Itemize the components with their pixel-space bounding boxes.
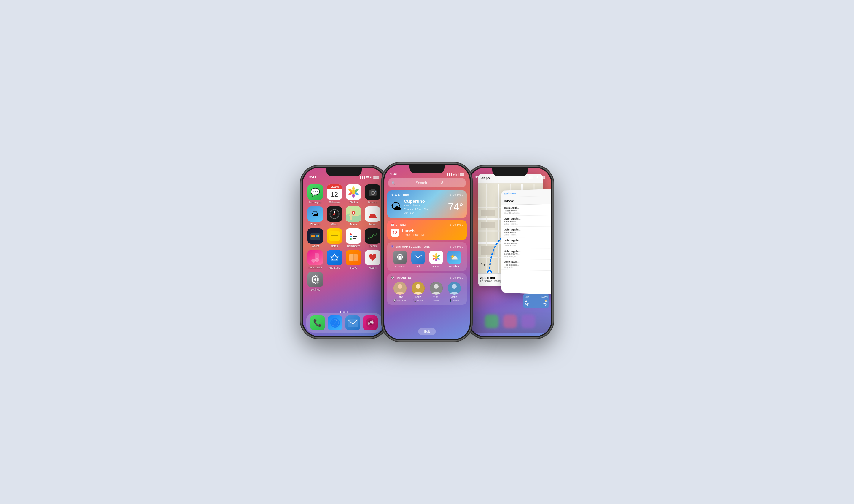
weather-icon-big: 🌤: [391, 200, 402, 213]
app-settings-label: Settings: [310, 288, 320, 291]
mail-item-5[interactable]: John Apple... Lunch this Th... Hey Dave,…: [501, 249, 551, 260]
svg-rect-44: [312, 255, 315, 255]
status-icons-left: ▐▐▐ WiFi ▓▓▓: [359, 176, 379, 179]
app-messages[interactable]: 💬 Messages: [306, 184, 324, 204]
siri-app-weather[interactable]: ⛅ Weather: [447, 251, 461, 268]
app-settings-home[interactable]: Settings: [306, 272, 324, 291]
favorites-icon: 💬: [391, 276, 394, 279]
blur-app-1: [485, 314, 498, 328]
weather-widget[interactable]: 🌤 WEATHER Show More 🌤 Cupertino Partly C…: [387, 190, 467, 218]
app-stocks-label: Stocks: [369, 245, 377, 248]
siri-widget: 🔮 SIRI APP SUGGESTIONS Show More: [387, 242, 467, 271]
app-weather[interactable]: 🌤 Weather: [306, 206, 324, 226]
siri-app-settings[interactable]: Settings: [393, 251, 407, 268]
app-stocks[interactable]: Stocks: [364, 228, 382, 248]
mail-preview-2: John, Here is...: [504, 222, 551, 225]
weather-left: 🌤 Cupertino Partly Cloudy Chance of Rain…: [391, 199, 428, 215]
mail-item-6[interactable]: Amy Frost... Trip logistics... Hey, John…: [501, 259, 551, 271]
contact-kelly[interactable]: Kelly 📞 mobile: [412, 282, 425, 302]
weather-rain: Chance of Rain: 0%: [404, 208, 428, 211]
app-calendar[interactable]: TUESDAY 12 Calendar: [325, 184, 344, 204]
mail-sender-4: John Apple...: [504, 239, 551, 242]
blur-app-2: [503, 314, 517, 328]
svg-rect-38: [353, 236, 357, 237]
svg-point-35: [350, 233, 352, 235]
favorites-widget: 💬 FAVORITES Show More: [387, 273, 467, 305]
contact-kelly-name: Kelly: [415, 295, 421, 299]
svg-point-75: [416, 284, 421, 289]
svg-point-62: [371, 322, 374, 324]
weather-city: Cupertino: [404, 199, 428, 204]
mail-preview-3: John, Here's...: [504, 234, 551, 236]
svg-point-22: [353, 212, 354, 214]
inbox-title: Inbox: [504, 199, 514, 203]
iphone-left-screen: 9:41 ▐▐▐ WiFi ▓▓▓ 💬 Messages: [303, 168, 385, 336]
app-photos[interactable]: Photos: [344, 184, 363, 204]
iphone-center-screen: 9:41 ▐▐▐ WiFi ▓▓ 🔍 Search 🎙: [384, 165, 470, 339]
app-appstore[interactable]: App Store: [325, 250, 344, 270]
app-books-label: Books: [350, 266, 357, 270]
svg-rect-32: [331, 234, 338, 234]
now-label: Now: [524, 295, 529, 298]
edit-button[interactable]: Edit: [419, 328, 436, 335]
search-bar[interactable]: 🔍 Search 🎙: [389, 179, 465, 187]
svg-rect-10: [371, 189, 374, 191]
notch-center: [409, 165, 445, 173]
phones-container: 9:41 ▐▐▐ WiFi ▓▓▓ 💬 Messages: [301, 163, 553, 341]
app-reminders-label: Reminders: [347, 245, 360, 248]
app-health[interactable]: Health: [364, 250, 382, 270]
favorites-show-more[interactable]: Show More: [449, 276, 463, 279]
app-notes[interactable]: Notes: [325, 228, 344, 248]
siri-app-mail[interactable]: Mail: [411, 251, 425, 268]
app-news[interactable]: News: [364, 206, 382, 226]
contact-yumi[interactable]: Yumi ✉ Mail: [430, 282, 443, 302]
bottom-app-blur: [469, 309, 551, 333]
mail-card[interactable]: Mailboxes Inbox Katie Abel... Template A…: [501, 189, 551, 294]
svg-point-69: [435, 258, 437, 262]
calendar-show-more[interactable]: Show More: [449, 223, 463, 226]
app-books[interactable]: Books: [344, 250, 363, 270]
weather-condition: Partly Cloudy: [404, 204, 428, 208]
dock-music[interactable]: [363, 316, 378, 330]
app-reminders[interactable]: Reminders: [344, 228, 363, 248]
siri-app-photos[interactable]: Photos: [429, 251, 443, 268]
app-maps[interactable]: Maps: [344, 206, 363, 226]
app-notes-label: Notes: [331, 245, 338, 248]
dock: 📞: [306, 313, 381, 332]
dock-safari[interactable]: [328, 316, 342, 330]
app-camera[interactable]: Camera: [364, 184, 382, 204]
weather-temp: 74°: [448, 201, 463, 213]
contact-katie[interactable]: Katie 💬 Messages: [393, 282, 407, 302]
app-clock[interactable]: Clock: [325, 206, 344, 226]
svg-text:Cupertino: Cupertino: [481, 263, 492, 266]
mail-item-1[interactable]: Katie Abel... Template Att... Hey! There…: [501, 204, 551, 216]
mail-item-4[interactable]: John Apple... Housewarm... John, You've.…: [501, 237, 551, 249]
dock-mail[interactable]: [345, 316, 360, 330]
iphone-icon-small: 📱: [449, 300, 452, 302]
contact-yumi-type: ✉ Mail: [433, 300, 439, 302]
contact-katie-type: 💬 Messages: [393, 300, 406, 302]
status-icons-right: ▐▐▐ WiFi ▓▓: [528, 176, 545, 179]
mail-item-3[interactable]: John Apple... Katie Ables... John, Here'…: [501, 226, 551, 237]
calendar-content: 12 Lunch 12:00 – 1:00 PM: [391, 229, 463, 237]
weather-show-more[interactable]: Show More: [449, 193, 463, 196]
app-grid: 💬 Messages TUESDAY 12 Calendar: [306, 184, 381, 291]
mail-item-2[interactable]: John Apple... Katie Ables... John, Here …: [501, 215, 551, 227]
app-health-label: Health: [369, 266, 377, 270]
contact-john[interactable]: John 📱 iPhone: [448, 282, 461, 302]
inbox-header: Inbox: [501, 196, 551, 205]
svg-point-37: [350, 236, 352, 237]
svg-rect-33: [331, 235, 338, 236]
time-right: 9:41: [475, 175, 482, 179]
siri-show-more[interactable]: Show More: [449, 245, 463, 248]
app-wallet[interactable]: Wallet: [306, 228, 324, 248]
mail-back-button: Mailboxes: [504, 191, 551, 195]
app-itunes[interactable]: iTunes Store: [306, 250, 324, 270]
weather-icon-small: 🌤: [391, 193, 394, 196]
siri-settings-label: Settings: [395, 265, 405, 268]
weather-overlay-temps: 🌤 ⛅: [524, 300, 548, 302]
dock-phone[interactable]: 📞: [310, 316, 325, 330]
svg-rect-64: [414, 254, 422, 260]
app-itunes-label: iTunes Store: [309, 266, 322, 269]
calendar-widget[interactable]: 📅 UP NEXT Show More 12 Lunch 12:00 – 1:0…: [387, 220, 467, 240]
